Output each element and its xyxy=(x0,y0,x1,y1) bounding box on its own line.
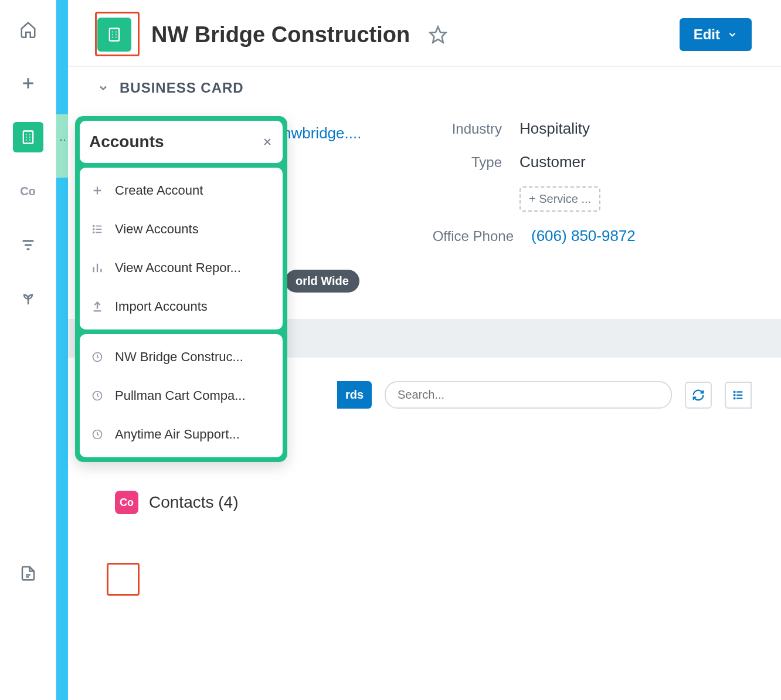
section-title: BUSINESS CARD xyxy=(120,80,244,96)
list-view-button[interactable] xyxy=(725,382,752,409)
clock-icon xyxy=(90,390,104,402)
recent-label: Pullman Cart Compa... xyxy=(115,388,246,403)
clock-icon xyxy=(90,351,104,363)
svg-marker-2 xyxy=(430,27,446,43)
view-accounts-label: View Accounts xyxy=(115,222,199,237)
svg-rect-0 xyxy=(23,131,32,144)
favorite-toggle[interactable] xyxy=(429,25,447,44)
recent-item-2[interactable]: Anytime Air Support... xyxy=(80,415,283,454)
plus-icon xyxy=(90,184,104,197)
nav-filter[interactable] xyxy=(13,230,43,260)
accounts-popup: Accounts Create Account View Accounts Vi… xyxy=(75,116,287,462)
list-icon xyxy=(732,389,745,402)
recent-item-1[interactable]: Pullman Cart Compa... xyxy=(80,376,283,415)
contacts-panel[interactable]: Co Contacts (4) xyxy=(68,479,781,526)
create-account-label: Create Account xyxy=(115,183,203,198)
view-reports-item[interactable]: View Account Repor... xyxy=(80,249,283,287)
svg-point-5 xyxy=(734,397,735,399)
home-icon xyxy=(19,21,37,38)
svg-point-6 xyxy=(93,226,94,227)
accent-bar xyxy=(56,0,68,700)
building-icon xyxy=(20,129,36,145)
view-accounts-item[interactable]: View Accounts xyxy=(80,210,283,249)
nav-documents[interactable] xyxy=(13,558,43,589)
record-header: NW Bridge Construction Edit xyxy=(68,0,781,67)
refresh-icon xyxy=(692,389,705,402)
nav-leads[interactable] xyxy=(13,284,43,314)
chart-icon xyxy=(90,261,104,274)
create-account-item[interactable]: Create Account xyxy=(80,171,283,210)
filter-icon xyxy=(20,237,36,253)
sprout-icon xyxy=(20,291,36,307)
type-label: Type xyxy=(396,154,502,171)
recent-label: NW Bridge Construc... xyxy=(115,349,243,365)
list-icon xyxy=(90,223,104,236)
view-reports-label: View Account Repor... xyxy=(115,260,241,276)
related-search-input[interactable] xyxy=(385,381,672,409)
phone-value[interactable]: (606) 850-9872 xyxy=(531,227,636,245)
refresh-button[interactable] xyxy=(685,382,712,409)
plus-icon xyxy=(19,74,37,92)
website-link[interactable]: nwbridge.... xyxy=(283,124,361,142)
nav-accounts[interactable] xyxy=(13,122,43,152)
document-icon xyxy=(19,565,37,582)
import-accounts-label: Import Accounts xyxy=(115,299,208,314)
popup-title: Accounts xyxy=(89,132,164,151)
recent-label: Anytime Air Support... xyxy=(115,427,240,442)
tag-pill[interactable]: orld Wide xyxy=(285,270,359,293)
star-icon xyxy=(429,25,447,44)
sidebar: Co xyxy=(0,0,56,700)
svg-point-7 xyxy=(93,229,94,230)
industry-value: Hospitality xyxy=(519,120,590,138)
svg-point-4 xyxy=(734,395,735,396)
upload-icon xyxy=(90,300,104,313)
nav-home[interactable] xyxy=(13,14,43,45)
highlight-contacts-badge xyxy=(107,563,140,596)
edit-label: Edit xyxy=(694,26,720,43)
chevron-down-icon xyxy=(727,29,738,40)
svg-point-8 xyxy=(93,232,94,233)
popup-recent: NW Bridge Construc... Pullman Cart Compa… xyxy=(80,334,283,457)
recent-item-0[interactable]: NW Bridge Construc... xyxy=(80,338,283,376)
popup-close-button[interactable] xyxy=(262,136,273,148)
type-value: Customer xyxy=(519,153,586,171)
add-service-button[interactable]: + Service ... xyxy=(519,186,600,212)
nav-contacts[interactable]: Co xyxy=(13,176,43,206)
contacts-badge: Co xyxy=(115,491,138,514)
clock-icon xyxy=(90,429,104,440)
highlight-thumb xyxy=(95,12,140,56)
chevron-down-icon xyxy=(97,82,109,94)
contacts-label: Contacts (4) xyxy=(149,493,239,512)
import-accounts-item[interactable]: Import Accounts xyxy=(80,287,283,326)
tab-records[interactable]: rds xyxy=(337,381,372,409)
svg-point-3 xyxy=(734,391,735,392)
popup-header: Accounts xyxy=(80,121,283,163)
close-icon xyxy=(262,136,273,148)
contacts-abbrev: Co xyxy=(20,185,36,198)
section-business-card[interactable]: BUSINESS CARD xyxy=(68,67,781,102)
record-title: NW Bridge Construction xyxy=(151,22,410,47)
nav-add[interactable] xyxy=(13,68,43,98)
popup-actions: Create Account View Accounts View Accoun… xyxy=(80,168,283,329)
edit-button[interactable]: Edit xyxy=(680,18,752,51)
phone-label: Office Phone xyxy=(396,228,514,244)
industry-label: Industry xyxy=(396,121,502,137)
